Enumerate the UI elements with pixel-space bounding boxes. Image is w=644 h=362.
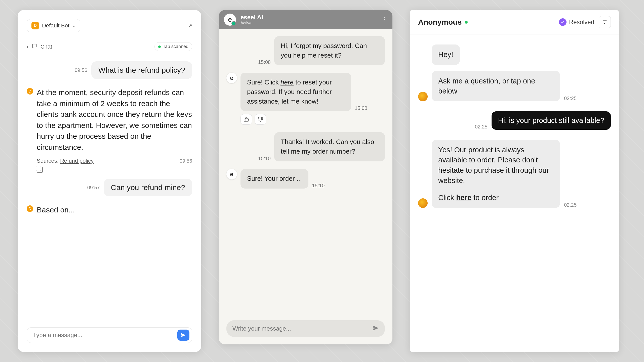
- chat-icon: [32, 43, 37, 50]
- thumbs-down-button[interactable]: [255, 114, 266, 125]
- panel1-top-bar: D Default Bot ⌄ ↗: [27, 19, 192, 32]
- chevron-down-icon: ⌄: [72, 24, 75, 28]
- bot-avatar-small: D: [27, 205, 33, 212]
- panel1-nav: ‹ Chat Tab scanned: [27, 38, 192, 55]
- back-icon[interactable]: ‹: [27, 44, 28, 50]
- user-message: 02:25 Hi, is your product still availabl…: [418, 111, 611, 130]
- chat-panel-2: e eseel AI Active ⋮ 15:08 Hi, I forgot m…: [219, 10, 392, 344]
- resolved-badge: Resolved: [559, 18, 594, 26]
- message-bubble: Thanks! It worked. Can you also tell me …: [274, 132, 385, 161]
- message-text: Based on...: [37, 204, 75, 215]
- compose-bar: [226, 320, 385, 337]
- timestamp: 02:25: [564, 96, 577, 101]
- timestamp: 15:10: [258, 156, 271, 161]
- bot-name: Default Bot: [42, 22, 69, 29]
- more-icon[interactable]: ⋮: [381, 16, 387, 24]
- message-bubble: Hi, is your product still available?: [492, 111, 611, 130]
- panel3-header: Anonymous Resolved: [410, 10, 619, 34]
- message-bubble: What is the refund policy?: [91, 61, 192, 79]
- scan-badge-label: Tab scanned: [163, 44, 188, 49]
- bot-message: D Based on...: [27, 204, 192, 215]
- message-input[interactable]: [232, 325, 372, 332]
- message-bubble: Hi, I forgot my password. Can you help m…: [274, 36, 385, 65]
- timestamp: 09:56: [180, 158, 192, 164]
- bot-avatar-small: e: [226, 73, 237, 83]
- bot-avatar-small: e: [226, 169, 237, 179]
- panel2-header: e eseel AI Active ⋮: [219, 10, 392, 29]
- panel2-messages: 15:08 Hi, I forgot my password. Can you …: [219, 29, 392, 320]
- message-bubble: Sure! Click here to reset your password.…: [240, 73, 351, 111]
- message-bubble: Can you refund mine?: [104, 179, 192, 196]
- bot-status: Active: [240, 21, 263, 25]
- source-link[interactable]: Refund policy: [60, 158, 94, 164]
- sources-label: Sources: Refund policy: [37, 158, 94, 164]
- user-message: 09:56 What is the refund policy?: [27, 61, 192, 79]
- bot-avatar: D: [31, 22, 39, 29]
- bot-message: Hey!: [432, 44, 611, 65]
- bot-title: eseel AI: [240, 14, 263, 21]
- timestamp: 09:56: [75, 67, 87, 73]
- timestamp: 15:08: [355, 105, 367, 111]
- user-message: 09:57 Can you refund mine?: [27, 179, 192, 196]
- reset-link[interactable]: here: [280, 78, 294, 86]
- bot-avatar-small: D: [27, 88, 33, 95]
- bot-message: Yes! Our product is always available to …: [418, 140, 611, 208]
- nav-label: Chat: [41, 43, 52, 50]
- tab-scanned-badge: Tab scanned: [154, 42, 192, 51]
- send-icon[interactable]: [372, 325, 379, 332]
- chat-panel-3: Anonymous Resolved Hey! Ask me a questio…: [410, 10, 619, 352]
- message-bubble: Yes! Our product is always available to …: [432, 140, 560, 208]
- send-button[interactable]: [177, 330, 189, 341]
- compose-bar: [27, 327, 192, 343]
- message-bubble: Ask me a question, or tap one below: [432, 71, 560, 101]
- panel1-messages: 09:56 What is the refund policy? D At th…: [27, 61, 192, 323]
- resolved-label: Resolved: [569, 19, 594, 26]
- timestamp: 15:10: [312, 183, 325, 189]
- chat-panel-1: D Default Bot ⌄ ↗ ‹ Chat Tab scanned 09:…: [18, 10, 201, 352]
- user-name: Anonymous: [418, 18, 462, 26]
- order-link[interactable]: here: [456, 194, 471, 202]
- thumbs-up-button[interactable]: [240, 114, 252, 125]
- user-message: 15:10 Thanks! It worked. Can you also te…: [226, 132, 385, 161]
- check-icon: [559, 18, 567, 26]
- message-input[interactable]: [33, 332, 177, 339]
- message-bubble: Sure! Your order ...: [240, 169, 308, 189]
- bot-message: e Sure! Click here to reset your passwor…: [226, 73, 385, 125]
- message-bubble: Hey!: [432, 44, 460, 65]
- expand-icon[interactable]: ↗: [188, 23, 192, 28]
- bot-message: D At the moment, security deposit refund…: [27, 87, 192, 173]
- bot-avatar: e: [224, 14, 236, 26]
- status-dot-icon: [158, 46, 161, 48]
- panel3-messages: Hey! Ask me a question, or tap one below…: [410, 34, 619, 352]
- reaction-bar: [240, 114, 266, 125]
- user-message: 15:08 Hi, I forgot my password. Can you …: [226, 36, 385, 65]
- online-dot-icon: [465, 21, 468, 24]
- bot-avatar-small: [418, 92, 428, 101]
- bot-message: Ask me a question, or tap one below 02:2…: [418, 71, 611, 101]
- filter-button[interactable]: [599, 16, 611, 28]
- timestamp: 02:25: [564, 202, 577, 208]
- timestamp: 02:25: [475, 124, 488, 130]
- timestamp: 09:57: [87, 185, 100, 191]
- message-text: At the moment, security deposit refunds …: [37, 87, 192, 153]
- bot-message: e Sure! Your order ... 15:10: [226, 169, 385, 189]
- bot-avatar-small: [418, 198, 428, 208]
- timestamp: 15:08: [258, 59, 271, 65]
- copy-icon[interactable]: [37, 167, 43, 173]
- bot-selector[interactable]: D Default Bot ⌄: [27, 19, 80, 32]
